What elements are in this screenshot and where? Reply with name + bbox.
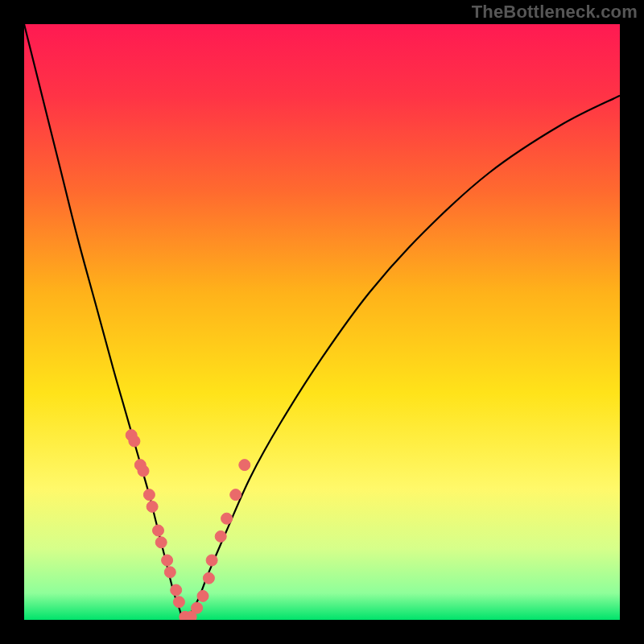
plot-area [24, 24, 620, 620]
watermark-text: TheBottleneck.com [472, 2, 638, 23]
chart-stage: TheBottleneck.com [0, 0, 644, 644]
svg-rect-0 [24, 24, 620, 620]
gradient-background [24, 24, 620, 620]
